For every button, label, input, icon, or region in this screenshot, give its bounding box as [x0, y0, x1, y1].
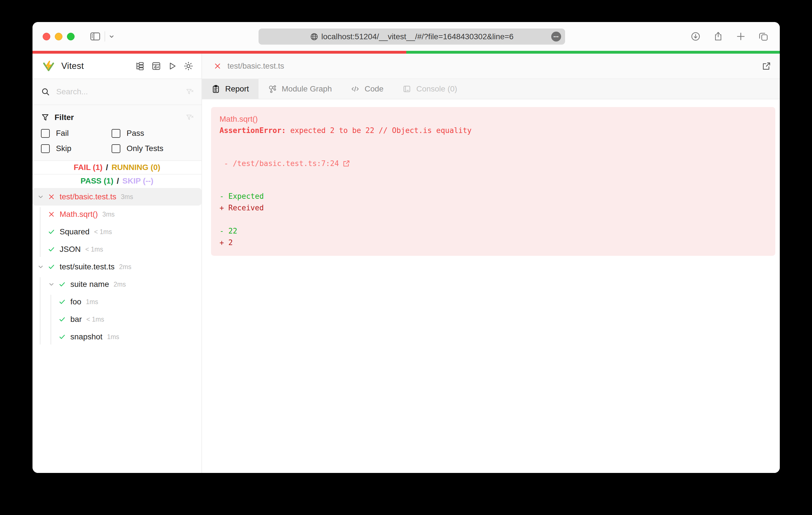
clear-filter-icon[interactable] [185, 113, 194, 122]
running-count: RUNNING (0) [112, 163, 161, 172]
page-settings-button[interactable]: ••• [551, 32, 561, 41]
failed-test-name: Math.sqrt() [220, 113, 767, 125]
minimize-window-button[interactable] [55, 33, 62, 40]
test-tree: test/basic.test.ts 3ms Math.sqrt() 3ms [32, 187, 201, 473]
pass-icon [47, 228, 56, 236]
file-fail-icon [214, 62, 221, 70]
tree-row-foo[interactable]: foo 1ms [32, 293, 201, 310]
tree-row-json[interactable]: JSON < 1ms [32, 241, 201, 258]
fail-icon [47, 192, 56, 201]
tree-guide-line [40, 277, 40, 344]
open-external-icon[interactable] [762, 61, 771, 71]
pass-icon [58, 298, 66, 306]
diff-expected-value: - 22 [220, 225, 767, 237]
browser-toolbar: localhost:51204/__vitest__/#/?file=16484… [32, 22, 780, 51]
search-icon [41, 87, 50, 96]
run-all-icon[interactable] [168, 62, 177, 70]
filter-panel: Filter Fail [32, 105, 201, 161]
close-window-button[interactable] [43, 33, 50, 40]
expand-tree-icon[interactable] [135, 62, 144, 70]
tab-module-graph[interactable]: Module Graph [259, 79, 341, 99]
tab-report[interactable]: Report [202, 79, 259, 99]
pass-icon [47, 263, 56, 271]
filter-title: Filter [55, 113, 74, 122]
code-icon [351, 85, 359, 93]
window-controls [43, 33, 75, 40]
tab-console[interactable]: Console (0) [393, 79, 467, 99]
address-bar[interactable]: localhost:51204/__vitest__/#/?file=16484… [259, 29, 565, 44]
test-status-summary: FAIL (1) / RUNNING (0) PASS (1) / SKIP (… [32, 161, 201, 187]
tree-row-bar[interactable]: bar < 1ms [32, 310, 201, 328]
tab-overview-icon[interactable] [758, 31, 768, 41]
diff-received-label: + Received [220, 202, 767, 214]
tree-row-squared[interactable]: Squared < 1ms [32, 223, 201, 241]
sidebar: Vitest [32, 54, 202, 473]
report-view: Math.sqrt() AssertionError: expected 2 t… [202, 99, 780, 473]
tree-row-basic-test[interactable]: test/basic.test.ts 3ms [32, 188, 201, 206]
share-icon[interactable] [713, 31, 723, 41]
tab-code[interactable]: Code [341, 79, 393, 99]
diff-received-value: + 2 [220, 237, 767, 248]
tree-row-snapshot[interactable]: snapshot 1ms [32, 328, 201, 345]
tree-row-suite-test[interactable]: test/suite.test.ts 2ms [32, 258, 201, 276]
external-link-icon[interactable] [342, 137, 413, 190]
fail-icon [47, 210, 56, 218]
view-tabs: Report Module Graph [202, 79, 780, 99]
stack-trace-line: - /test/basic.test.ts:7:24 [220, 137, 767, 190]
theme-toggle-icon[interactable] [184, 62, 193, 70]
pass-icon [58, 315, 66, 324]
sidebar-toggle-icon[interactable] [90, 32, 100, 41]
module-graph-icon [268, 85, 277, 93]
diff-blank-line [220, 214, 767, 225]
screen: localhost:51204/__vitest__/#/?file=16484… [0, 0, 812, 515]
url-text: localhost:51204/__vitest__/#/?file=16484… [321, 32, 513, 41]
globe-icon [310, 32, 318, 41]
app-title: Vitest [61, 61, 84, 71]
clear-search-filter-icon[interactable] [185, 88, 194, 96]
filter-checkbox-only-tests[interactable]: Only Tests [112, 144, 194, 153]
console-icon [403, 85, 411, 93]
search-input[interactable] [56, 87, 185, 96]
open-file-name: test/basic.test.ts [227, 62, 284, 70]
vitest-logo [42, 60, 55, 72]
tree-row-suite-name[interactable]: suite name 2ms [32, 276, 201, 293]
progress-pass-segment [406, 51, 780, 54]
checkbox-skip[interactable] [41, 144, 50, 153]
clipboard-icon [212, 85, 220, 93]
tree-guide-line [51, 295, 51, 344]
browser-window: localhost:51204/__vitest__/#/?file=16484… [32, 22, 780, 473]
downloads-icon[interactable] [691, 31, 701, 41]
skip-count: SKIP (--) [122, 177, 153, 185]
new-tab-icon[interactable] [736, 31, 746, 41]
pass-icon [47, 245, 56, 253]
dashboard-icon[interactable] [152, 62, 161, 70]
pass-count: PASS (1) [81, 177, 113, 185]
checkbox-pass[interactable] [112, 129, 120, 138]
progress-fail-segment [32, 51, 406, 54]
filter-checkbox-fail[interactable]: Fail [41, 129, 112, 138]
assertion-error-line: AssertionError: expected 2 to be 22 // O… [220, 125, 767, 137]
pass-icon [58, 280, 66, 289]
funnel-icon [41, 113, 50, 122]
fail-count: FAIL (1) [74, 163, 103, 172]
toolbar-divider [105, 31, 105, 41]
filter-checkbox-skip[interactable]: Skip [41, 144, 112, 153]
main-panel: test/basic.test.ts [202, 54, 780, 473]
filter-checkbox-pass[interactable]: Pass [112, 129, 194, 138]
zoom-window-button[interactable] [67, 33, 75, 40]
chevron-down-icon[interactable] [36, 263, 45, 271]
test-progress-bar [32, 51, 780, 54]
chevron-down-icon[interactable] [47, 280, 56, 289]
chevron-down-icon[interactable] [36, 192, 45, 201]
checkbox-only-tests[interactable] [112, 144, 120, 153]
pass-icon [58, 333, 66, 341]
checkbox-fail[interactable] [41, 129, 50, 138]
tree-row-math-sqrt[interactable]: Math.sqrt() 3ms [32, 206, 201, 223]
diff-expected-label: - Expected [220, 190, 767, 202]
chevron-down-icon[interactable] [108, 33, 115, 40]
tree-guide-line [40, 207, 40, 257]
error-report-panel: Math.sqrt() AssertionError: expected 2 t… [211, 107, 775, 256]
